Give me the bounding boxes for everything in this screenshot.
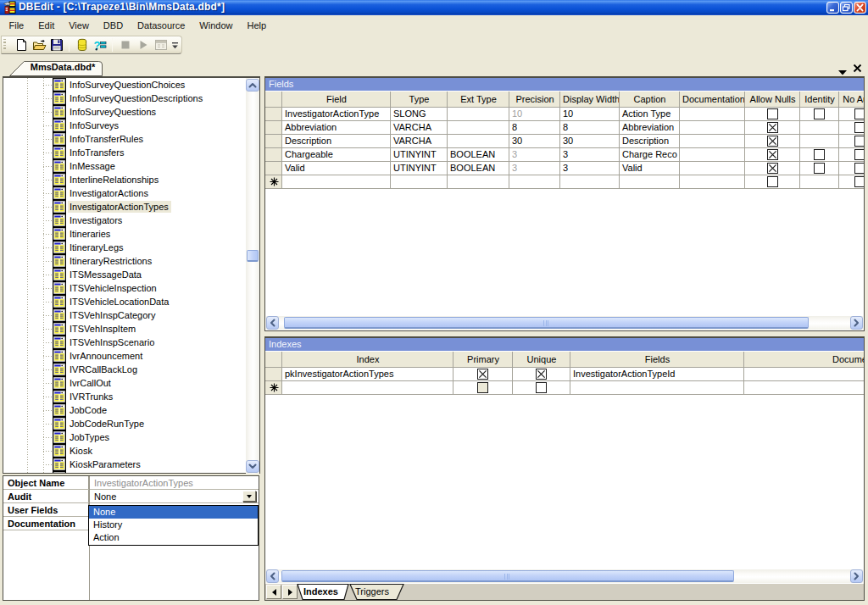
checkbox-unchecked[interactable] xyxy=(767,108,778,119)
property-value[interactable]: InvestigatorActionTypes xyxy=(90,476,259,489)
cell-allow_nulls[interactable] xyxy=(745,108,800,121)
cell-allow_nulls[interactable] xyxy=(745,135,800,148)
column-header-fields[interactable]: Fields xyxy=(570,352,744,368)
checkbox-unchecked[interactable] xyxy=(814,163,825,174)
menu-item-dbd[interactable]: DBD xyxy=(96,17,130,34)
checkbox-unchecked[interactable] xyxy=(854,176,864,187)
cell-sel[interactable] xyxy=(265,108,282,121)
tree-item-infosurveys[interactable]: InfoSurveys xyxy=(3,119,245,132)
cell-documentation[interactable] xyxy=(744,368,864,381)
checkbox-unchecked[interactable] xyxy=(854,122,864,133)
cell-sel[interactable] xyxy=(265,368,282,381)
cell-no_audit[interactable] xyxy=(839,121,864,135)
column-header-unique[interactable]: Unique xyxy=(513,352,570,368)
cell-type[interactable]: VARCHA xyxy=(391,135,448,148)
tree-item-jobcoderuntype[interactable]: JobCodeRunType xyxy=(3,417,245,430)
app-icon[interactable] xyxy=(3,1,16,14)
cell-display_width[interactable]: 3 xyxy=(560,162,620,175)
checkbox-unchecked[interactable] xyxy=(767,176,778,187)
cell-unique[interactable] xyxy=(513,381,570,395)
cell-no_audit[interactable] xyxy=(839,108,864,121)
cell-sel[interactable] xyxy=(265,381,282,395)
cell-sel[interactable] xyxy=(265,162,282,175)
tree-item-itsmessagedata[interactable]: ITSMessageData xyxy=(3,268,245,281)
column-header-caption[interactable]: Caption xyxy=(620,92,680,108)
tree-item-itineraryrestrictions[interactable]: ItineraryRestrictions xyxy=(3,254,245,268)
dropdown-option-none[interactable]: None xyxy=(89,506,258,519)
cell-precision[interactable]: 3 xyxy=(509,148,560,162)
column-header-type[interactable]: Type xyxy=(391,92,448,108)
column-header-documentation[interactable]: Documentation xyxy=(744,352,864,368)
cell-allow_nulls[interactable] xyxy=(745,175,800,189)
toolbar-overflow-icon[interactable] xyxy=(171,40,179,52)
tree-item-kioskparameters[interactable]: KioskParameters xyxy=(3,458,245,471)
cell-fields[interactable]: InvestigatorActionTypeId xyxy=(570,368,744,381)
menu-item-file[interactable]: File xyxy=(2,17,31,34)
cell-precision[interactable]: 10 xyxy=(509,108,560,121)
cell-precision[interactable] xyxy=(509,175,560,189)
checkbox-checked[interactable] xyxy=(767,163,778,174)
column-header-selector[interactable] xyxy=(265,352,282,368)
tree-item-itineraries[interactable]: Itineraries xyxy=(3,227,245,241)
cell-field[interactable]: Valid xyxy=(282,162,391,175)
dropdown-option-history[interactable]: History xyxy=(89,519,258,531)
menu-item-view[interactable]: View xyxy=(62,17,97,34)
column-header-index[interactable]: Index xyxy=(282,352,453,368)
cell-type[interactable]: SLONG xyxy=(391,108,448,121)
cell-allow_nulls[interactable] xyxy=(745,148,800,162)
tree-item-ivrtrunks[interactable]: IVRTrunks xyxy=(3,390,245,403)
column-header-field[interactable]: Field xyxy=(282,92,391,108)
tree-item-ivrannouncement[interactable]: IvrAnnouncement xyxy=(3,349,245,363)
document-tab-label[interactable]: MmsData.dbd* xyxy=(28,62,97,72)
column-header-allow-nulls[interactable]: Allow Nulls xyxy=(745,92,800,108)
cell-documentation[interactable] xyxy=(680,162,745,175)
cell-field[interactable]: Description xyxy=(282,135,391,148)
column-header-primary[interactable]: Primary xyxy=(453,352,513,368)
tree-item-jobcode[interactable]: JobCode xyxy=(3,403,245,417)
database-button[interactable] xyxy=(73,36,91,53)
tree-item-investigators[interactable]: Investigators xyxy=(3,214,245,227)
column-header-documentation[interactable]: Documentation xyxy=(680,92,745,108)
cell-documentation[interactable] xyxy=(680,135,745,148)
toolbar-grip[interactable] xyxy=(3,39,6,51)
checkbox-unchecked[interactable] xyxy=(854,163,864,174)
cell-field[interactable]: Abbreviation xyxy=(282,121,391,135)
cell-type[interactable]: UTINYINT xyxy=(391,162,448,175)
scroll-left-button[interactable] xyxy=(266,569,279,583)
cell-identity[interactable] xyxy=(800,121,839,135)
restore-button[interactable] xyxy=(840,2,853,14)
cell-sel[interactable] xyxy=(265,135,282,148)
tree-item-ivrcallbacklog[interactable]: IVRCallBackLog xyxy=(3,363,245,376)
cell-documentation[interactable] xyxy=(744,381,864,395)
new-button[interactable] xyxy=(12,36,30,53)
tree-item-infotransfers[interactable]: InfoTransfers xyxy=(3,146,245,159)
cell-display_width[interactable]: 8 xyxy=(560,121,620,135)
cell-caption[interactable]: Description xyxy=(620,135,680,148)
cell-primary[interactable] xyxy=(453,368,513,381)
tree-item-kiosk[interactable]: Kiosk xyxy=(3,444,245,458)
menu-item-window[interactable]: Window xyxy=(192,17,240,34)
scroll-left-button[interactable] xyxy=(266,316,279,330)
checkbox-unchecked[interactable] xyxy=(854,108,864,119)
menu-item-datasource[interactable]: Datasource xyxy=(131,17,192,34)
dropdown-option-action[interactable]: Action xyxy=(89,531,258,545)
checkbox-checked[interactable] xyxy=(477,369,488,380)
scroll-up-button[interactable] xyxy=(246,79,259,92)
menu-item-edit[interactable]: Edit xyxy=(31,17,62,34)
scroll-right-button[interactable] xyxy=(850,569,863,583)
cell-unique[interactable] xyxy=(513,368,570,381)
checkbox-unchecked[interactable] xyxy=(854,149,864,160)
scrollbar-thumb[interactable] xyxy=(284,317,809,329)
tree-item-ivrcallout[interactable]: IvrCallOut xyxy=(3,376,245,390)
cell-display_width[interactable] xyxy=(560,175,620,189)
cell-sel[interactable] xyxy=(265,175,282,189)
checkbox-checked[interactable] xyxy=(767,136,778,147)
cell-allow_nulls[interactable] xyxy=(745,121,800,135)
property-value[interactable]: None xyxy=(90,490,259,502)
tree-item-inmessage[interactable]: InMessage xyxy=(3,159,245,173)
cell-ext_type[interactable] xyxy=(448,135,509,148)
fields-horizontal-scrollbar[interactable] xyxy=(266,316,863,330)
cell-type[interactable]: VARCHA xyxy=(391,121,448,135)
checkbox-unchecked[interactable] xyxy=(536,382,547,393)
column-header-no-audit[interactable]: No Audit xyxy=(839,92,864,108)
